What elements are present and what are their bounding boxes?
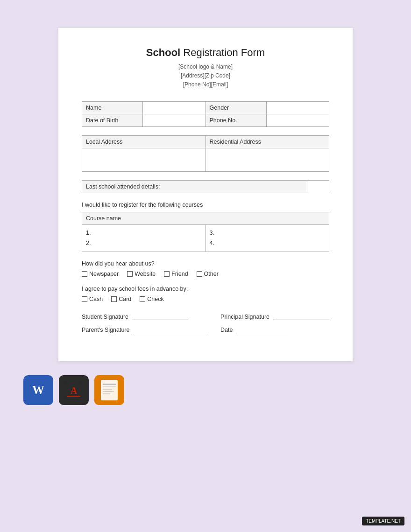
school-info: [School logo & Name] [Address][Zip Code]… xyxy=(82,63,329,90)
checkbox-box-check xyxy=(140,296,145,302)
local-address-value[interactable] xyxy=(82,148,206,171)
residential-address-label: Residential Address xyxy=(206,135,329,148)
page-wrapper: School Registration Form [School logo & … xyxy=(0,0,411,419)
local-address-label: Local Address xyxy=(82,135,206,148)
signature-section: Student Signature Parent's Signature Pri… xyxy=(82,314,329,333)
word-letter: W xyxy=(32,383,44,397)
student-sig-label: Student Signature xyxy=(82,314,128,320)
checkbox-cash[interactable]: Cash xyxy=(82,296,103,302)
last-school-label: Last school attended details: xyxy=(82,180,307,193)
checkbox-label-website: Website xyxy=(135,271,156,277)
date-row: Date xyxy=(220,327,329,333)
principal-sig-line[interactable] xyxy=(273,314,329,320)
courses-header: Course name xyxy=(82,212,329,224)
name-value[interactable] xyxy=(143,101,206,114)
form-title: School Registration Form xyxy=(82,47,329,59)
dob-value[interactable] xyxy=(143,114,206,126)
checkbox-label-newspaper: Newspaper xyxy=(89,271,119,277)
personal-info-table: Name Gender Date of Birth Phone No. xyxy=(82,101,329,127)
courses-left[interactable]: 1. 2. xyxy=(82,224,206,252)
checkbox-label-cash: Cash xyxy=(89,296,103,302)
checkbox-card[interactable]: Card xyxy=(111,296,131,302)
course-2: 2. xyxy=(86,238,202,249)
gender-value[interactable] xyxy=(266,101,329,114)
principal-sig-label: Principal Signature xyxy=(220,314,269,320)
date-label: Date xyxy=(220,327,233,333)
principal-sig-row: Principal Signature xyxy=(220,314,329,320)
checkbox-label-card: Card xyxy=(119,296,131,302)
title-bold: School xyxy=(146,47,180,58)
svg-rect-6 xyxy=(103,386,116,387)
course-4: 4. xyxy=(210,238,326,249)
checkbox-friend[interactable]: Friend xyxy=(164,271,188,277)
title-normal: Registration Form xyxy=(180,47,265,58)
form-card: School Registration Form [School logo & … xyxy=(58,28,353,361)
svg-rect-8 xyxy=(103,391,114,392)
courses-table: Course name 1. 2. 3. 4. xyxy=(82,212,329,252)
school-contact: [Phone No][Email] xyxy=(82,80,329,89)
address-table: Local Address Residential Address xyxy=(82,135,329,172)
svg-rect-7 xyxy=(103,389,112,390)
gender-label: Gender xyxy=(206,101,266,114)
phone-value[interactable] xyxy=(266,114,329,126)
parent-sig-label: Parent's Signature xyxy=(82,327,129,333)
register-text: I would like to register for the followi… xyxy=(82,202,329,208)
svg-rect-5 xyxy=(103,384,116,385)
course-3: 3. xyxy=(210,228,326,238)
svg-rect-9 xyxy=(103,393,110,394)
residential-address-value[interactable] xyxy=(206,148,329,171)
checkbox-box-friend xyxy=(164,271,170,277)
checkbox-label-check: Check xyxy=(147,296,163,302)
fees-question: I agree to pay school fees in advance by… xyxy=(82,286,329,292)
parent-sig-row: Parent's Signature xyxy=(82,327,208,333)
bottom-icons: W A xyxy=(23,375,124,405)
checkbox-website[interactable]: Website xyxy=(127,271,156,277)
last-school-value[interactable] xyxy=(307,180,329,193)
pdf-icon[interactable]: A xyxy=(59,375,89,405)
course-1: 1. xyxy=(86,228,202,238)
courses-right[interactable]: 3. 4. xyxy=(206,224,329,252)
fees-options: Cash Card Check xyxy=(82,296,329,302)
name-label: Name xyxy=(82,101,143,114)
template-badge: TEMPLATE.NET xyxy=(362,517,404,525)
school-logo-name: [School logo & Name] xyxy=(82,63,329,71)
sig-left: Student Signature Parent's Signature xyxy=(82,314,208,333)
checkbox-box-cash xyxy=(82,296,87,302)
checkbox-box-website xyxy=(127,271,133,277)
student-sig-line[interactable] xyxy=(132,314,188,320)
parent-sig-line[interactable] xyxy=(133,327,208,333)
school-address: [Address][Zip Code] xyxy=(82,71,329,80)
student-sig-row: Student Signature xyxy=(82,314,208,320)
checkbox-label-other: Other xyxy=(204,271,219,277)
date-line[interactable] xyxy=(236,327,288,333)
hear-about-section: How did you hear about us? Newspaper Web… xyxy=(82,260,329,277)
hear-about-question: How did you hear about us? xyxy=(82,260,329,267)
checkbox-box-card xyxy=(111,296,117,302)
checkbox-label-friend: Friend xyxy=(171,271,188,277)
svg-text:A: A xyxy=(71,385,78,396)
checkbox-box-other xyxy=(197,271,202,277)
dob-label: Date of Birth xyxy=(82,114,143,126)
svg-rect-4 xyxy=(101,380,118,400)
sig-right: Principal Signature Date xyxy=(220,314,329,333)
pages-icon[interactable] xyxy=(94,375,124,405)
checkbox-check[interactable]: Check xyxy=(140,296,163,302)
word-icon[interactable]: W xyxy=(23,375,53,405)
checkbox-other[interactable]: Other xyxy=(197,271,219,277)
checkbox-newspaper[interactable]: Newspaper xyxy=(82,271,119,277)
fees-section: I agree to pay school fees in advance by… xyxy=(82,286,329,302)
checkbox-box-newspaper xyxy=(82,271,87,277)
last-school-table: Last school attended details: xyxy=(82,180,329,193)
hear-about-options: Newspaper Website Friend Other xyxy=(82,271,329,277)
phone-label: Phone No. xyxy=(206,114,266,126)
